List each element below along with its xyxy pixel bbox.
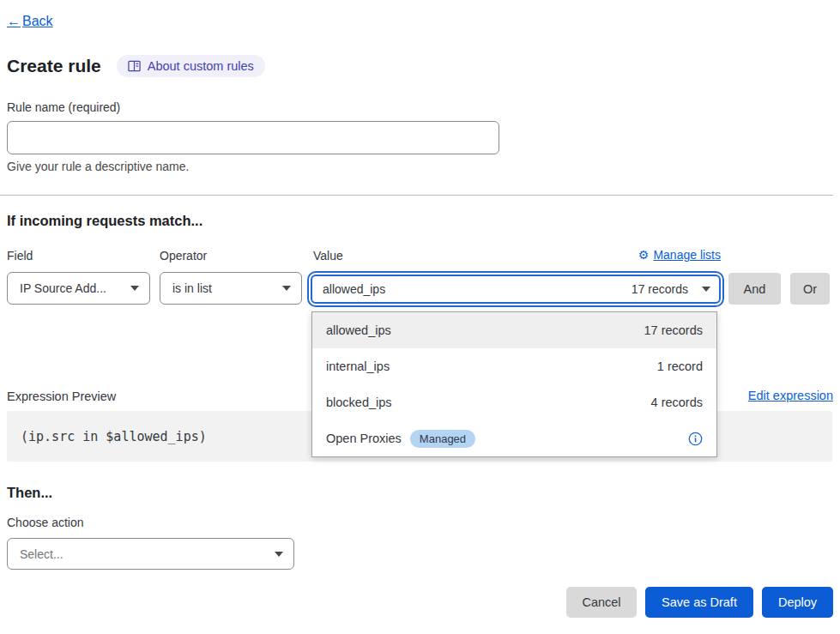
save-as-draft-button[interactable]: Save as Draft <box>645 587 753 618</box>
edit-expression-link[interactable]: Edit expression <box>748 389 833 402</box>
chevron-down-icon <box>130 286 139 291</box>
and-button[interactable]: And <box>728 273 781 305</box>
list-item-meta: 17 records <box>644 323 703 337</box>
value-select-value: allowed_ips <box>323 282 385 296</box>
list-item-open-proxies[interactable]: Open Proxies Managed <box>312 420 716 456</box>
action-select[interactable]: Select... <box>7 538 294 570</box>
value-dropdown: allowed_ips 17 records internal_ips 1 re… <box>311 311 717 457</box>
manage-lists-row: ⚙ Manage lists <box>311 248 721 262</box>
or-button[interactable]: Or <box>790 273 830 305</box>
list-item-name: internal_ips <box>326 359 390 373</box>
value-select[interactable]: allowed_ips 17 records <box>311 275 721 304</box>
about-custom-rules-link[interactable]: About custom rules <box>117 55 265 77</box>
chevron-down-icon <box>282 286 291 291</box>
list-item-meta: 1 record <box>657 359 703 373</box>
expression-code: (ip.src in $allowed_ips) <box>21 429 207 444</box>
list-item-internal-ips[interactable]: internal_ips 1 record <box>312 348 716 384</box>
operator-select-value: is in list <box>172 281 212 295</box>
then-heading: Then... <box>7 485 52 501</box>
list-item-name: allowed_ips <box>326 323 391 337</box>
back-arrow-icon: ← <box>7 14 21 29</box>
info-icon[interactable] <box>688 432 703 446</box>
operator-label: Operator <box>160 249 207 263</box>
field-label: Field <box>7 249 33 263</box>
rule-name-helper: Give your rule a descriptive name. <box>7 160 189 173</box>
operator-select[interactable]: is in list <box>160 272 302 305</box>
list-item-blocked-ips[interactable]: blocked_ips 4 records <box>312 384 716 420</box>
rule-name-label: Rule name (required) <box>7 100 120 114</box>
field-select-value: IP Source Add... <box>20 281 106 295</box>
list-item-meta: 4 records <box>651 395 703 409</box>
list-item-allowed-ips[interactable]: allowed_ips 17 records <box>312 312 716 348</box>
deploy-button[interactable]: Deploy <box>762 587 833 618</box>
back-link-label: Back <box>22 14 53 29</box>
about-custom-rules-label: About custom rules <box>148 59 254 73</box>
manage-lists-link[interactable]: Manage lists <box>653 248 721 262</box>
match-section-heading: If incoming requests match... <box>7 213 202 229</box>
field-select[interactable]: IP Source Add... <box>7 272 150 305</box>
list-item-name: Open Proxies <box>326 432 402 445</box>
section-divider <box>0 195 833 196</box>
chevron-down-icon <box>275 552 283 557</box>
chevron-down-icon <box>702 287 710 292</box>
list-item-name: blocked_ips <box>326 395 392 409</box>
managed-badge: Managed <box>410 430 475 448</box>
choose-action-label: Choose action <box>7 516 84 529</box>
book-icon <box>128 60 141 72</box>
action-select-placeholder: Select... <box>20 547 63 561</box>
expression-preview-label: Expression Preview <box>7 389 116 403</box>
back-link[interactable]: ←Back <box>7 14 53 29</box>
title-row: Create rule About custom rules <box>7 55 265 77</box>
cancel-button[interactable]: Cancel <box>566 587 637 618</box>
create-rule-page: ←Back Create rule About custom rules Rul… <box>0 0 840 634</box>
value-select-meta: 17 records <box>632 282 688 296</box>
rule-name-input[interactable] <box>7 121 499 154</box>
gear-icon: ⚙ <box>638 248 650 262</box>
page-title: Create rule <box>7 56 101 76</box>
